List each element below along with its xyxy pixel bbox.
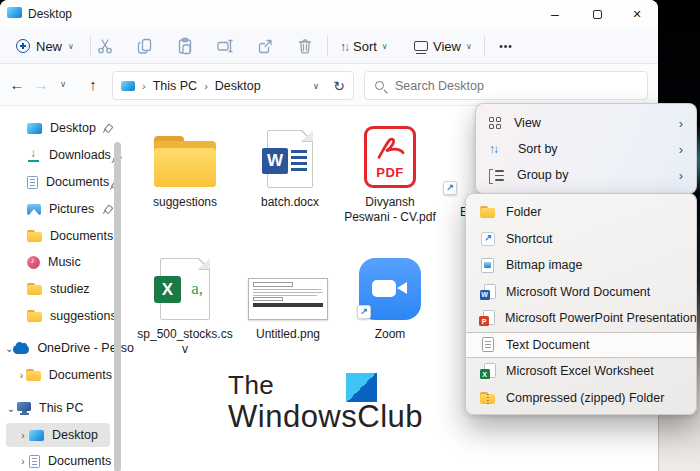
- folder-icon: [27, 230, 42, 242]
- context-menu-group-by[interactable]: Group by ›: [476, 162, 696, 188]
- shortcut-arrow-icon: [357, 305, 371, 319]
- chevron-collapsed-icon[interactable]: ›: [17, 456, 29, 467]
- new-button-label: New: [36, 39, 62, 54]
- paste-button[interactable]: [171, 33, 199, 59]
- recent-locations-button[interactable]: ∨: [50, 71, 76, 97]
- folder-icon: [152, 136, 218, 188]
- chevron-right-icon: ›: [679, 142, 683, 157]
- submenu-text-document[interactable]: Text Document: [466, 332, 696, 359]
- submenu-bitmap-image[interactable]: Bitmap image: [466, 252, 696, 279]
- submenu-shortcut[interactable]: Shortcut: [466, 226, 696, 253]
- chevron-collapsed-icon[interactable]: ›: [17, 430, 29, 441]
- copy-button[interactable]: [131, 33, 159, 59]
- submenu-excel-worksheet[interactable]: Microsoft Excel Worksheet: [466, 358, 696, 385]
- breadcrumb-desktop[interactable]: Desktop: [215, 79, 261, 93]
- title-bar[interactable]: Desktop: [0, 0, 658, 28]
- word-document-icon: [480, 284, 496, 300]
- view-grid-icon: [489, 117, 501, 129]
- pin-icon: [99, 120, 114, 135]
- shortcut-arrow-icon: [481, 232, 495, 246]
- sidebar-item-pictures[interactable]: Pictures: [0, 196, 112, 222]
- sidebar-item-music[interactable]: Music: [0, 249, 112, 275]
- file-sp500-csv[interactable]: sp_500_stocks.cs v: [130, 254, 240, 357]
- sidebar-item-this-pc[interactable]: ⌄ This PC: [0, 395, 112, 421]
- sidebar-item-desktop[interactable]: Desktop: [0, 115, 112, 141]
- context-menu-sort-by[interactable]: ↑↓ Sort by ›: [476, 136, 696, 162]
- chevron-right-icon: ›: [679, 168, 683, 183]
- close-button[interactable]: [616, 0, 658, 28]
- documents-icon: [27, 176, 38, 189]
- sidebar-item-this-pc-desktop[interactable]: › Desktop: [0, 422, 112, 448]
- window-title: Desktop: [28, 7, 72, 21]
- maximize-button[interactable]: [576, 0, 618, 28]
- submenu-folder[interactable]: Folder: [466, 199, 696, 226]
- chevron-collapsed-icon[interactable]: ›: [17, 370, 26, 381]
- desktop-icon: [29, 430, 44, 441]
- sidebar-scrollbar[interactable]: [114, 142, 121, 471]
- minimize-button[interactable]: [534, 0, 576, 28]
- sidebar-item-documents[interactable]: Documents: [0, 169, 112, 195]
- windowsclub-logo-icon: [346, 373, 377, 402]
- cut-button[interactable]: [91, 33, 119, 59]
- powerpoint-icon: [479, 310, 495, 326]
- onedrive-cloud-icon: [13, 345, 29, 354]
- view-button[interactable]: View ∨: [408, 33, 478, 59]
- zipped-folder-icon: [480, 392, 495, 404]
- plus-icon: [16, 39, 30, 53]
- documents-icon: [29, 455, 40, 468]
- sidebar-item-documents-folder[interactable]: Documents: [0, 223, 112, 249]
- sidebar-item-this-pc-documents[interactable]: › Documents: [0, 448, 112, 471]
- file-cv-pdf[interactable]: Divyansh Peswani - CV.pdf: [335, 122, 445, 225]
- sidebar-item-onedrive[interactable]: ⌄ OneDrive - Perso: [0, 335, 112, 361]
- toolbar-divider: [484, 36, 485, 56]
- shortcut-arrow-icon: [443, 181, 457, 195]
- chevron-down-icon: ∨: [68, 42, 74, 51]
- group-by-icon: [489, 169, 504, 182]
- word-document-icon: [267, 130, 313, 188]
- view-layout-icon: [414, 41, 428, 51]
- image-thumbnail: [248, 278, 328, 320]
- share-icon: [256, 37, 274, 55]
- new-button[interactable]: New ∨: [10, 33, 80, 59]
- sidebar-item-onedrive-documents[interactable]: › Documents: [0, 362, 112, 388]
- rename-button[interactable]: [211, 33, 239, 59]
- chevron-down-icon: ∨: [382, 42, 388, 51]
- chevron-right-icon: ›: [142, 80, 146, 92]
- breadcrumb[interactable]: › This PC › Desktop ∨ ↻: [112, 71, 354, 100]
- sort-button-label: Sort: [353, 39, 377, 54]
- folder-icon: [26, 369, 41, 381]
- pdf-icon: [364, 126, 416, 188]
- file-zoom-shortcut[interactable]: Zoom: [335, 254, 445, 342]
- sidebar-item-suggestions[interactable]: suggestions: [0, 303, 112, 329]
- toolbar-divider: [327, 36, 328, 56]
- search-placeholder: Search Desktop: [395, 79, 484, 93]
- submenu-word-document[interactable]: Microsoft Word Document: [466, 279, 696, 306]
- file-suggestions[interactable]: suggestions: [130, 122, 240, 210]
- pictures-icon: [27, 204, 41, 215]
- sidebar-item-studiez[interactable]: studiez: [0, 276, 112, 302]
- chevron-expanded-icon[interactable]: ⌄: [5, 403, 17, 414]
- pin-icon: [99, 201, 114, 216]
- see-more-button[interactable]: [492, 33, 520, 59]
- submenu-powerpoint-presentation[interactable]: Microsoft PowerPoint Presentation: [466, 305, 696, 332]
- scissors-icon: [96, 37, 114, 55]
- view-button-label: View: [433, 39, 461, 54]
- trash-icon: [296, 37, 314, 55]
- share-button[interactable]: [251, 33, 279, 59]
- submenu-compressed-folder[interactable]: Compressed (zipped) Folder: [466, 385, 696, 412]
- paste-icon: [176, 37, 194, 55]
- sort-button[interactable]: ↑↓ Sort ∨: [334, 33, 394, 59]
- search-input[interactable]: Search Desktop: [364, 71, 648, 100]
- file-batch-docx[interactable]: batch.docx: [235, 122, 345, 210]
- chevron-down-icon[interactable]: ∨: [313, 81, 320, 91]
- breadcrumb-this-pc[interactable]: This PC: [153, 79, 197, 93]
- back-button[interactable]: ←: [4, 71, 30, 97]
- refresh-icon[interactable]: ↻: [333, 78, 345, 94]
- file-untitled-png[interactable]: Untitled.png: [233, 254, 343, 342]
- delete-button[interactable]: [291, 33, 319, 59]
- sidebar-item-downloads[interactable]: Downloads: [0, 142, 112, 168]
- chevron-expanded-icon[interactable]: ⌄: [5, 343, 13, 354]
- context-menu-view[interactable]: View ›: [476, 110, 696, 136]
- up-button[interactable]: ↑: [80, 71, 106, 97]
- command-toolbar: New ∨: [0, 28, 658, 64]
